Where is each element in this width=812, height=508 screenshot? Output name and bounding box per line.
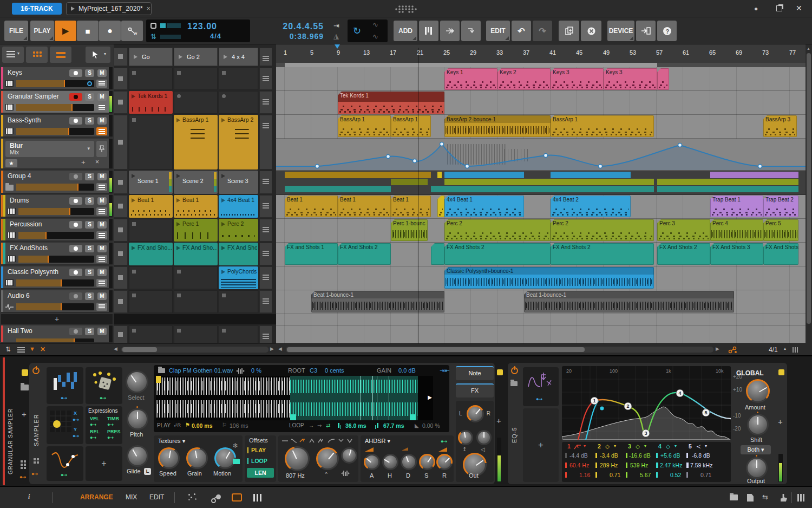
band-q[interactable]: 0.71 — [610, 472, 620, 478]
scroll-follow-button[interactable] — [461, 21, 481, 41]
device-activator[interactable] — [497, 369, 503, 375]
mod-y-icon[interactable] — [73, 433, 78, 439]
launcher-clip[interactable]: Beat 1 — [129, 195, 173, 218]
arranger-clip[interactable]: FX And Shots 2 — [338, 243, 391, 265]
track-name[interactable]: FX AndShots — [10, 244, 48, 252]
mod-icon[interactable] — [90, 435, 96, 440]
keytrack-knob[interactable] — [341, 447, 357, 464]
arranger-clip[interactable]: FX And Shots 2 — [657, 243, 710, 265]
velocity-depth-knob[interactable] — [458, 430, 473, 445]
preset-folder-icon[interactable] — [21, 385, 29, 390]
row-options-button[interactable] — [259, 68, 272, 90]
sample-length-value[interactable]: 106 ms — [230, 422, 248, 429]
track-stop-button[interactable] — [114, 115, 128, 170]
row-options-button[interactable] — [259, 266, 272, 289]
mod-icon[interactable] — [107, 422, 113, 427]
add-eq-modulator-button[interactable]: + — [523, 408, 559, 482]
row-options-button[interactable] — [259, 290, 272, 313]
modulator-xy[interactable]: X Y — [47, 406, 83, 444]
keyboard-icon[interactable] — [797, 493, 806, 502]
row-options-button[interactable] — [259, 195, 272, 218]
launcher-clip[interactable]: Perc 1 — [174, 219, 218, 242]
band-number[interactable]: 2 — [598, 443, 601, 450]
band-gain[interactable]: -16.6 dB — [629, 452, 651, 459]
mixer-columns-icon[interactable] — [253, 494, 261, 502]
track-name[interactable]: Group 4 — [8, 172, 31, 180]
punch-in-icon[interactable]: ⇥ — [333, 22, 339, 30]
arranger-clip[interactable]: Classic Polysynth-bounce-1 — [444, 267, 654, 289]
amount-knob[interactable] — [746, 379, 770, 403]
scene-header[interactable]: Go 2 — [174, 48, 218, 66]
clip-slot[interactable] — [129, 219, 173, 242]
grain-knob[interactable] — [186, 447, 208, 469]
ram-icon[interactable] — [233, 459, 240, 464]
arranger-clip[interactable]: BassArp 3 — [763, 115, 797, 137]
mod-amount-icon[interactable] — [61, 472, 67, 478]
track-stop-button[interactable] — [114, 171, 128, 194]
mute-button[interactable]: M — [97, 117, 107, 125]
band-freq[interactable]: 289 Hz — [600, 462, 618, 468]
arranger-clip[interactable]: Beat 1 — [391, 196, 431, 217]
row-options-button[interactable] — [259, 325, 272, 343]
track-stop-button[interactable] — [114, 290, 128, 313]
glide-knob[interactable] — [127, 445, 148, 467]
arranger-clip[interactable]: Beat 1 — [285, 196, 338, 217]
solo-button[interactable]: S — [85, 197, 94, 205]
clip-slot[interactable] — [219, 91, 258, 114]
sample-folder-icon[interactable] — [158, 368, 165, 373]
arranger-clip[interactable]: Trap Beat 2 — [763, 196, 798, 217]
arranger-clip[interactable]: Perc 4 — [710, 219, 763, 241]
launcher-clip[interactable]: Scene 2 — [174, 171, 218, 194]
clip-slot[interactable] — [219, 325, 258, 343]
window-restore-button[interactable] — [776, 5, 782, 11]
solo-button[interactable]: S — [85, 292, 94, 300]
solo-button[interactable]: S — [85, 221, 94, 229]
groove-icon[interactable]: ⇅ — [150, 32, 156, 41]
modulator-steps[interactable] — [47, 367, 83, 404]
arranger-clip[interactable]: BassArp 2-bounce-1 — [444, 115, 551, 137]
link-icon[interactable] — [211, 494, 220, 502]
automation-follow-icon[interactable]: ∿ — [372, 32, 378, 41]
scroll-up-arrow[interactable]: ▲ — [807, 47, 810, 50]
track-menu-button[interactable] — [96, 255, 107, 263]
mute-button[interactable]: M — [97, 69, 107, 77]
launcher-clip[interactable]: BassArp 1 — [174, 115, 218, 170]
clip-launcher-toggle-icon[interactable] — [232, 493, 242, 502]
device-name-label[interactable]: SAMPLER — [33, 403, 40, 446]
band-number[interactable]: 1 — [567, 443, 571, 450]
track-name[interactable]: Percussion — [10, 220, 42, 228]
clip-slot[interactable] — [174, 91, 218, 114]
row-options-button[interactable] — [259, 91, 272, 114]
glide-legato-badge[interactable]: L — [144, 468, 151, 475]
clip-slot[interactable] — [129, 68, 173, 90]
clip-slot[interactable] — [174, 325, 218, 343]
arm-button[interactable] — [69, 328, 82, 335]
automation-curve[interactable] — [276, 139, 806, 170]
launcher-scroll-left[interactable]: ◀ — [114, 346, 117, 351]
clip-slot[interactable] — [219, 290, 258, 313]
track-name[interactable]: Audio 6 — [8, 292, 30, 299]
arranger-clip[interactable]: Keys 2 — [497, 68, 551, 90]
volume-slider[interactable] — [16, 184, 94, 191]
arranger-clip[interactable]: 4x4 Beat 2 — [551, 196, 631, 217]
sample-play-button[interactable]: ▶ — [428, 394, 432, 400]
song-position[interactable]: 20.4.4.55 — [283, 22, 324, 31]
launcher-clip[interactable]: FX And Sho — [219, 243, 258, 265]
launcher-view-button[interactable] — [26, 47, 48, 63]
band-gain[interactable]: -4.4 dB — [569, 452, 588, 459]
track-stop-button[interactable] — [114, 266, 128, 289]
file-menu-button[interactable]: FILE — [4, 21, 28, 41]
scrollbar-thumb[interactable] — [807, 53, 811, 324]
arm-button[interactable] — [69, 69, 82, 77]
volume-slider[interactable] — [18, 256, 94, 263]
track-stop-button[interactable] — [114, 219, 128, 242]
device-activator[interactable] — [778, 369, 784, 375]
arranger-scroll-right[interactable]: ▶ — [716, 346, 719, 351]
track-row-group-4[interactable]: Group 4 S M — [1, 171, 113, 194]
swap-icon[interactable]: ⇆ — [762, 493, 768, 501]
hold-knob[interactable] — [382, 454, 398, 470]
arranger-clip[interactable]: Keys 3 — [604, 68, 657, 90]
play-start-marker[interactable] — [156, 376, 161, 383]
arranger-clip[interactable]: FX And Shots 3 — [710, 243, 763, 265]
track-menu-button[interactable] — [96, 127, 107, 135]
